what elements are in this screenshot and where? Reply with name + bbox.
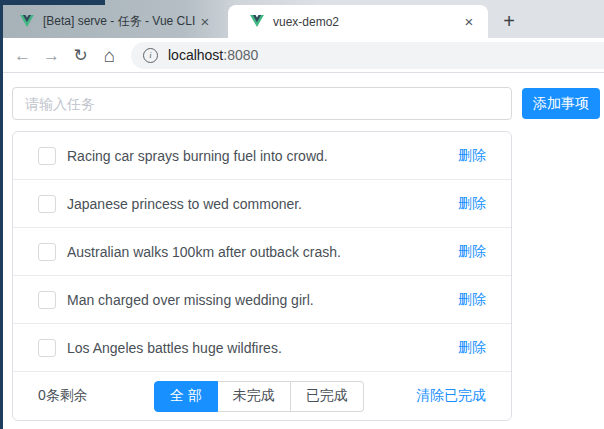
close-icon[interactable]: × xyxy=(460,13,478,31)
tab-strip: [Beta] serve - 任务 - Vue CLI × vuex-demo2… xyxy=(0,0,604,38)
url-port: :8080 xyxy=(223,47,258,63)
todo-text: Australian walks 100km after outback cra… xyxy=(67,244,458,260)
todo-checkbox[interactable] xyxy=(38,195,56,213)
tab-title: [Beta] serve - 任务 - Vue CLI xyxy=(43,13,196,30)
vue-logo-icon xyxy=(250,13,264,31)
delete-link[interactable]: 删除 xyxy=(458,243,486,261)
tab-vuex-demo2[interactable]: vuex-demo2 × xyxy=(228,5,488,38)
home-icon[interactable]: ⌂ xyxy=(95,46,124,65)
todo-app: 添加事项 Racing car sprays burning fuel into… xyxy=(0,73,604,429)
task-input[interactable] xyxy=(12,87,512,120)
background-window-edge xyxy=(0,0,3,429)
browser-toolbar: ← → ↻ ⌂ i localhost:8080 xyxy=(0,38,604,73)
url-text: localhost:8080 xyxy=(168,47,258,63)
filter-done-button[interactable]: 已完成 xyxy=(291,381,364,412)
add-item-button[interactable]: 添加事项 xyxy=(522,88,600,119)
browser-window: [Beta] serve - 任务 - Vue CLI × vuex-demo2… xyxy=(0,0,604,429)
delete-link[interactable]: 删除 xyxy=(458,339,486,357)
todo-row: Japanese princess to wed commoner. 删除 xyxy=(13,180,511,228)
reload-icon[interactable]: ↻ xyxy=(66,47,95,64)
todo-checkbox[interactable] xyxy=(38,147,56,165)
todo-checkbox[interactable] xyxy=(38,291,56,309)
filter-group: 全 部 未完成 已完成 xyxy=(154,381,364,412)
delete-link[interactable]: 删除 xyxy=(458,291,486,309)
todo-row: Man charged over missing wedding girl. 删… xyxy=(13,276,511,324)
new-tab-button[interactable]: + xyxy=(497,9,521,33)
address-bar[interactable]: i localhost:8080 xyxy=(131,42,604,69)
background-window-edge xyxy=(0,0,105,5)
todo-text: Japanese princess to wed commoner. xyxy=(67,196,458,212)
close-icon[interactable]: × xyxy=(196,13,214,31)
todo-list-card: Racing car sprays burning fuel into crow… xyxy=(12,131,512,421)
remaining-count: 0条剩余 xyxy=(38,387,88,405)
clear-completed-link[interactable]: 清除已完成 xyxy=(416,387,486,405)
tab-title: vuex-demo2 xyxy=(273,15,460,29)
todo-checkbox[interactable] xyxy=(38,243,56,261)
todo-checkbox[interactable] xyxy=(38,339,56,357)
forward-icon[interactable]: → xyxy=(37,47,66,64)
todo-text: Man charged over missing wedding girl. xyxy=(67,292,458,308)
delete-link[interactable]: 删除 xyxy=(458,195,486,213)
vue-logo-icon xyxy=(20,13,34,31)
tab-vue-cli[interactable]: [Beta] serve - 任务 - Vue CLI × xyxy=(10,5,220,38)
todo-footer: 0条剩余 全 部 未完成 已完成 清除已完成 xyxy=(13,372,511,420)
info-icon[interactable]: i xyxy=(143,48,158,63)
back-icon[interactable]: ← xyxy=(8,47,37,64)
todo-row: Racing car sprays burning fuel into crow… xyxy=(13,132,511,180)
todo-row: Australian walks 100km after outback cra… xyxy=(13,228,511,276)
filter-undone-button[interactable]: 未完成 xyxy=(218,381,291,412)
url-host: localhost xyxy=(168,47,223,63)
todo-row: Los Angeles battles huge wildfires. 删除 xyxy=(13,324,511,372)
todo-text: Racing car sprays burning fuel into crow… xyxy=(67,148,458,164)
filter-all-button[interactable]: 全 部 xyxy=(154,381,218,412)
delete-link[interactable]: 删除 xyxy=(458,147,486,165)
todo-text: Los Angeles battles huge wildfires. xyxy=(67,340,458,356)
